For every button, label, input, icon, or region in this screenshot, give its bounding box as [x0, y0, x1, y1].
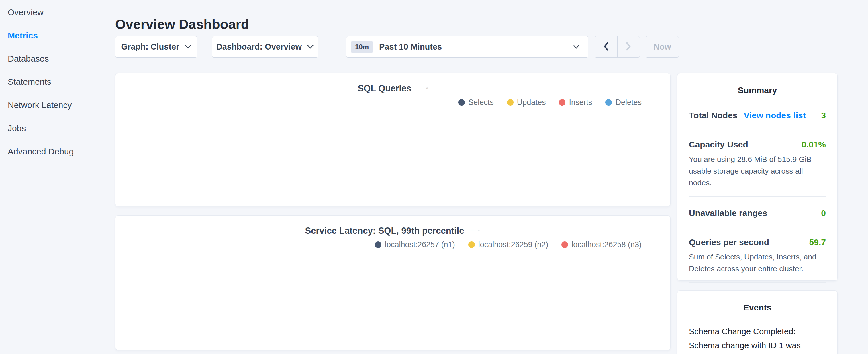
- sidebar-item-databases[interactable]: Databases: [0, 47, 115, 70]
- summary-row-queries-per-second: Queries per second 59.7: [677, 237, 837, 247]
- summary-subtext: You are using 28.6 MiB of 515.9 GiB usab…: [677, 154, 837, 189]
- time-range-label: Past 10 Minutes: [379, 42, 568, 52]
- dashboard-dropdown[interactable]: Dashboard: Overview: [212, 36, 318, 58]
- chevron-down-icon: [573, 45, 580, 49]
- summary-row-total-nodes: Total Nodes View nodes list 3: [677, 110, 837, 120]
- summary-row-unavailable-ranges: Unavailable ranges 0: [677, 208, 837, 218]
- summary-label: Unavailable ranges: [689, 208, 767, 218]
- chevron-down-icon: [307, 45, 314, 49]
- events-panel: Events Schema Change Completed: Schema c…: [677, 290, 838, 354]
- now-button[interactable]: Now: [646, 36, 679, 58]
- divider: [689, 128, 826, 128]
- page-title: Overview Dashboard: [115, 16, 249, 32]
- sidebar-item-statements[interactable]: Statements: [0, 70, 115, 93]
- time-step-back-button[interactable]: [595, 36, 617, 57]
- summary-subtext: Sum of Selects, Updates, Inserts, and De…: [677, 251, 837, 275]
- chevron-left-icon: [602, 41, 610, 53]
- sidebar-item-metrics[interactable]: Metrics: [0, 24, 115, 47]
- summary-title: Summary: [677, 73, 837, 95]
- time-step-forward-button[interactable]: [617, 36, 640, 57]
- sidebar-item-overview[interactable]: Overview: [0, 1, 115, 24]
- graph-scope-dropdown-label: Graph: Cluster: [121, 42, 179, 52]
- chevron-down-icon: [185, 45, 191, 49]
- sidebar: Overview Metrics Databases Statements Ne…: [0, 0, 115, 354]
- overview-dashboard-page: Overview Metrics Databases Statements Ne…: [0, 0, 868, 354]
- dashboard-dropdown-label: Dashboard: Overview: [216, 42, 302, 52]
- summary-label: Queries per second: [689, 237, 769, 247]
- graph-scope-dropdown[interactable]: Graph: Cluster: [115, 36, 197, 58]
- summary-value: 0.01%: [802, 140, 826, 150]
- time-range-dropdown[interactable]: 10m Past 10 Minutes: [346, 36, 588, 58]
- sql-queries-chart-card: SQL Queries 16:3816:3916:4016:4116:4216:…: [115, 73, 671, 206]
- time-step-buttons: [595, 36, 640, 58]
- chevron-right-icon: [624, 41, 632, 53]
- time-range-badge: 10m: [351, 41, 373, 53]
- summary-value: 3: [821, 110, 826, 120]
- divider: [689, 196, 826, 197]
- summary-row-capacity-used: Capacity Used 0.01%: [677, 140, 837, 150]
- service-latency-chart-card: Service Latency: SQL, 99th percentile 16…: [115, 215, 671, 350]
- event-item-text: Schema Change Completed: Schema change w…: [677, 324, 837, 354]
- summary-value: 0: [821, 208, 826, 218]
- divider: [689, 282, 826, 283]
- summary-panel: Summary Total Nodes View nodes list 3 Ca…: [677, 73, 838, 281]
- divider: [689, 226, 826, 226]
- summary-label: Total Nodes: [689, 110, 737, 120]
- service-latency-chart: [116, 216, 671, 351]
- sidebar-item-jobs[interactable]: Jobs: [0, 117, 115, 140]
- sidebar-item-advanced-debug[interactable]: Advanced Debug: [0, 140, 115, 163]
- sql-queries-chart: [116, 73, 671, 207]
- sidebar-item-network-latency[interactable]: Network Latency: [0, 93, 115, 117]
- events-title: Events: [677, 291, 837, 313]
- summary-value: 59.7: [809, 237, 826, 247]
- view-nodes-list-link[interactable]: View nodes list: [744, 110, 806, 120]
- summary-label: Capacity Used: [689, 140, 748, 150]
